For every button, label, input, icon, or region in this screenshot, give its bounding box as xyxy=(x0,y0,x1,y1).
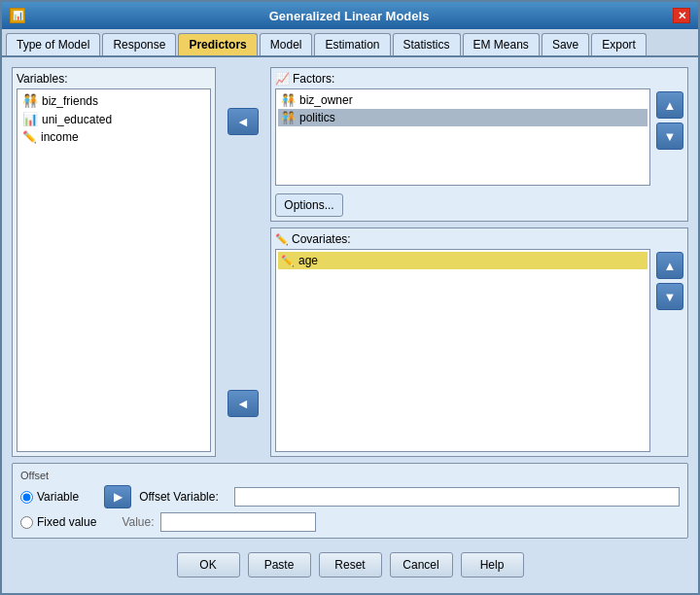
pencil-icon: ✏️ xyxy=(22,130,37,144)
variable-name: income xyxy=(41,130,79,144)
variables-label: Variables: xyxy=(17,72,211,86)
variable-name: biz_friends xyxy=(42,94,98,108)
variables-panel: Variables: 🧑‍🤝‍🧑 biz_friends 📊 uni_educa… xyxy=(12,67,216,457)
offset-variable-row: Variable ▶ Offset Variable: xyxy=(20,485,680,508)
variables-list[interactable]: 🧑‍🤝‍🧑 biz_friends 📊 uni_educated ✏️ inco… xyxy=(17,88,211,452)
tab-type-of-model[interactable]: Type of Model xyxy=(6,33,100,55)
ok-button[interactable]: OK xyxy=(177,552,240,578)
fixed-value-input[interactable] xyxy=(160,512,316,532)
variable-radio-label[interactable]: Variable xyxy=(20,490,79,504)
offset-variable-input[interactable] xyxy=(234,487,680,507)
covariates-section: ✏️ Covariates: ✏️ age ▲ ▼ xyxy=(270,228,688,457)
value-label-text: Value: xyxy=(122,515,154,529)
factors-arrow-col: ▲ ▼ xyxy=(656,72,683,217)
tab-export[interactable]: Export xyxy=(591,33,647,55)
factor-name: politics xyxy=(299,111,335,124)
factors-chart-icon: 📈 xyxy=(275,72,290,86)
variable-name: uni_educated xyxy=(42,113,112,126)
covariates-edit-icon: ✏️ xyxy=(275,233,289,246)
fixed-radio[interactable] xyxy=(20,516,33,529)
offset-variable-label: Offset Variable: xyxy=(139,490,227,504)
fixed-radio-label[interactable]: Fixed value xyxy=(20,515,96,529)
variable-item-income[interactable]: ✏️ income xyxy=(19,128,208,146)
factor-item-biz-owner[interactable]: 🧑‍🤝‍🧑 biz_owner xyxy=(278,91,648,109)
factors-section: 📈 Factors: 🧑‍🤝‍🧑 biz_owner 🧑‍🤝‍🧑 politic… xyxy=(270,67,688,222)
covariates-arrow-col: ▲ ▼ xyxy=(656,232,683,452)
factor-icon-biz-owner: 🧑‍🤝‍🧑 xyxy=(281,93,296,107)
options-button[interactable]: Options... xyxy=(275,193,343,217)
cancel-button[interactable]: Cancel xyxy=(390,552,453,578)
content-area: Variables: 🧑‍🤝‍🧑 biz_friends 📊 uni_educa… xyxy=(2,57,698,593)
covariates-move-up-btn[interactable]: ▲ xyxy=(656,252,683,279)
tab-save[interactable]: Save xyxy=(542,33,589,55)
covariates-inner: ✏️ Covariates: ✏️ age xyxy=(275,232,650,452)
tab-response[interactable]: Response xyxy=(102,33,176,55)
factors-move-down-btn[interactable]: ▼ xyxy=(656,122,683,150)
paste-button[interactable]: Paste xyxy=(248,552,311,578)
tab-model[interactable]: Model xyxy=(260,33,313,55)
factors-label: Factors: xyxy=(293,72,334,86)
covariate-icon-age: ✏️ xyxy=(281,255,295,267)
fixed-radio-text: Fixed value xyxy=(37,515,96,529)
main-row: Variables: 🧑‍🤝‍🧑 biz_friends 📊 uni_educa… xyxy=(12,67,688,457)
variable-item-uni-educated[interactable]: 📊 uni_educated xyxy=(19,110,208,128)
factor-icon-politics: 🧑‍🤝‍🧑 xyxy=(281,111,296,124)
help-button[interactable]: Help xyxy=(461,552,524,578)
variable-item-biz-friends[interactable]: 🧑‍🤝‍🧑 biz_friends xyxy=(19,91,208,110)
fixed-value-row: Fixed value Value: xyxy=(20,512,680,532)
bottom-btn-row: OK Paste Reset Cancel Help xyxy=(12,544,688,583)
offset-title: Offset xyxy=(20,470,680,481)
tab-em-means[interactable]: EM Means xyxy=(463,33,540,55)
tab-predictors[interactable]: Predictors xyxy=(178,33,257,55)
tab-statistics[interactable]: Statistics xyxy=(393,33,461,55)
friends-icon: 🧑‍🤝‍🧑 xyxy=(22,93,38,108)
covariate-name: age xyxy=(298,254,318,267)
factors-move-up-btn[interactable]: ▲ xyxy=(656,91,683,119)
covariate-item-age[interactable]: ✏️ age xyxy=(278,252,648,269)
covariates-move-down-btn[interactable]: ▼ xyxy=(656,283,683,310)
right-panel: 📈 Factors: 🧑‍🤝‍🧑 biz_owner 🧑‍🤝‍🧑 politic… xyxy=(270,67,688,457)
factor-name: biz_owner xyxy=(299,93,353,107)
covariates-label-row: ✏️ Covariates: xyxy=(275,232,650,246)
main-window: 📊 Generalized Linear Models ✕ Type of Mo… xyxy=(0,0,700,595)
tabs-row: Type of Model Response Predictors Model … xyxy=(2,29,698,57)
title-bar: 📊 Generalized Linear Models ✕ xyxy=(2,2,698,29)
offset-transfer-btn[interactable]: ▶ xyxy=(104,485,131,508)
transfer-to-covariates-btn[interactable]: ◄ xyxy=(228,390,259,417)
tab-estimation[interactable]: Estimation xyxy=(314,33,390,55)
transfer-to-factors-btn[interactable]: ◄ xyxy=(228,108,259,135)
covariates-label: Covariates: xyxy=(292,232,351,246)
close-button[interactable]: ✕ xyxy=(673,8,690,23)
factor-item-politics[interactable]: 🧑‍🤝‍🧑 politics xyxy=(278,109,648,126)
factors-list[interactable]: 🧑‍🤝‍🧑 biz_owner 🧑‍🤝‍🧑 politics xyxy=(275,88,650,186)
reset-button[interactable]: Reset xyxy=(319,552,382,578)
middle-transfer-col: ◄ ◄ xyxy=(224,67,262,457)
offset-section: Offset Variable ▶ Offset Variable: xyxy=(12,463,688,539)
app-icon: 📊 xyxy=(10,8,25,23)
covariates-list[interactable]: ✏️ age xyxy=(275,249,650,452)
factors-inner: 📈 Factors: 🧑‍🤝‍🧑 biz_owner 🧑‍🤝‍🧑 politic… xyxy=(275,72,650,217)
factors-label-row: 📈 Factors: xyxy=(275,72,650,86)
window-title: Generalized Linear Models xyxy=(269,9,430,23)
variable-radio-text: Variable xyxy=(37,490,79,504)
bar-icon: 📊 xyxy=(22,112,38,126)
variable-radio[interactable] xyxy=(20,491,33,504)
